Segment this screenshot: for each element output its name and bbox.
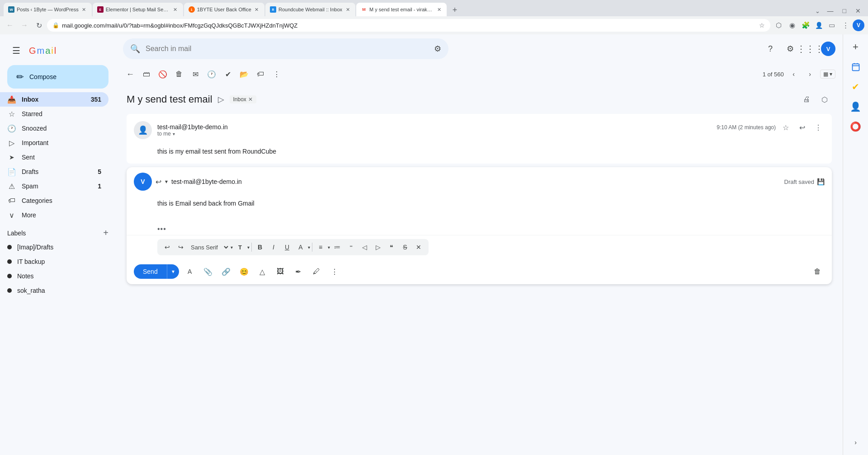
profile-icon[interactable]: ◉ (786, 19, 798, 32)
attach-file-button[interactable]: 📎 (201, 264, 215, 279)
align-button[interactable]: ≡ (314, 241, 327, 253)
search-input[interactable] (146, 45, 429, 53)
minimize-btn[interactable]: — (824, 5, 837, 16)
font-family-select[interactable]: Sans Serif Serif Monospace (188, 244, 230, 251)
tab-close-1b[interactable]: ✕ (254, 6, 260, 13)
insert-photo-button[interactable]: 🖼 (273, 264, 288, 279)
reload-button[interactable]: ↻ (33, 19, 45, 32)
label-item-itbackup[interactable]: IT backup (0, 254, 108, 269)
sidebar-item-drafts[interactable]: 📄 Drafts 5 (0, 164, 108, 179)
reply-message-button[interactable]: ↩ (796, 121, 808, 134)
underline-button[interactable]: U (281, 241, 293, 253)
back-button[interactable]: ← (4, 19, 16, 32)
indent-more-button[interactable]: ▷ (372, 241, 384, 253)
close-btn[interactable]: ✕ (852, 5, 864, 16)
add-label-button[interactable]: + (103, 228, 108, 238)
archive-button[interactable]: 🗃 (139, 67, 154, 81)
extensions-icon[interactable]: 🧩 (799, 19, 812, 32)
label-item-imap[interactable]: [Imap]/Drafts (0, 240, 108, 254)
insert-link-button[interactable]: 🔗 (219, 264, 233, 279)
pagination-prev-button[interactable]: ‹ (788, 68, 800, 80)
insert-emoji-button[interactable]: 😊 (237, 264, 251, 279)
sidebar-item-starred[interactable]: ☆ Starred (0, 107, 108, 121)
hamburger-menu[interactable]: ☰ (7, 42, 25, 60)
bookmark-icon[interactable]: ☆ (759, 22, 765, 29)
help-button[interactable]: ? (761, 40, 779, 58)
tab-el[interactable]: E Elementor | Setup Mail Server (R... ✕ (93, 3, 183, 16)
send-main-button[interactable]: Send (134, 264, 167, 279)
redo-button[interactable]: ↪ (175, 241, 187, 253)
more-actions-button[interactable]: ⋮ (327, 264, 342, 279)
apps-button[interactable]: ⋮⋮⋮ (801, 40, 819, 58)
insert-signature2-button[interactable]: 🖊 (309, 264, 324, 279)
open-new-window-button[interactable]: ⬡ (817, 92, 832, 107)
pagination-next-button[interactable]: › (804, 68, 816, 80)
strikethrough-button[interactable]: S (399, 241, 411, 253)
mark-unread-button[interactable]: ✉ (188, 67, 203, 81)
more-options-button[interactable]: ⋮ (269, 67, 284, 81)
star-message-button[interactable]: ☆ (779, 121, 792, 134)
right-panel-contacts-icon[interactable]: 👤 (847, 98, 865, 116)
tab-close-gm[interactable]: ✕ (436, 6, 442, 13)
tab-close-wp[interactable]: ✕ (81, 6, 87, 13)
view-toggle-button[interactable]: ▦ ▾ (820, 70, 835, 79)
address-bar[interactable]: 🔒 mail.google.com/mail/u/0/?tab=rm&ogbl#… (47, 19, 770, 32)
report-spam-button[interactable]: 🚫 (156, 67, 170, 81)
ordered-list-button[interactable]: ≔ (331, 241, 344, 253)
font-color-action-button[interactable]: A (183, 264, 197, 279)
bold-button[interactable]: B (254, 241, 266, 253)
sidebar-item-inbox[interactable]: 📥 Inbox 351 (0, 92, 108, 107)
labels-button[interactable]: 🏷 (253, 67, 268, 81)
reply-icon[interactable]: ↩ (156, 178, 161, 186)
drive-button[interactable]: △ (255, 264, 269, 279)
inbox-label-badge[interactable]: Inbox ✕ (230, 95, 256, 103)
tab-wp[interactable]: W Posts ‹ 1Byte — WordPress ✕ (4, 3, 92, 16)
sidebar-item-snoozed[interactable]: 🕐 Snoozed (0, 121, 108, 136)
font-family-dropdown-icon[interactable]: ▾ (231, 245, 233, 250)
quote-button[interactable]: ❝ (385, 241, 398, 253)
reply-body[interactable]: this is Email send back from Gmail (127, 196, 832, 223)
task-button[interactable]: ✔ (221, 67, 235, 81)
sidebar-item-categories[interactable]: 🏷 Categories (0, 193, 108, 208)
font-size-btn[interactable]: T (234, 241, 246, 253)
sidebar-item-spam[interactable]: ⚠ Spam 1 (0, 179, 108, 193)
inbox-badge-close-icon[interactable]: ✕ (248, 96, 253, 103)
delete-draft-button[interactable]: 🗑 (810, 264, 825, 279)
tab-close-el[interactable]: ✕ (172, 6, 179, 13)
reply-dropdown-icon[interactable]: ▾ (165, 178, 168, 185)
cast-icon[interactable]: ⬡ (772, 19, 785, 32)
user-avatar[interactable]: V (853, 19, 864, 31)
menu-btn[interactable]: ⋮ (839, 19, 852, 32)
to-dropdown-icon[interactable]: ▾ (173, 131, 175, 136)
forward-button[interactable]: → (18, 19, 31, 32)
search-filter-icon[interactable]: ⚙ (434, 44, 441, 54)
compose-button[interactable]: ✏ Compose (7, 65, 108, 89)
insert-signature-button[interactable]: ✒ (291, 264, 306, 279)
send-dropdown-button[interactable]: ▾ (167, 264, 179, 279)
expand-quote-button[interactable]: ••• (157, 225, 166, 233)
move-to-button[interactable]: 📂 (237, 67, 251, 81)
indent-less-button[interactable]: ◁ (358, 241, 371, 253)
sidebar-item-important[interactable]: ▷ Important (0, 136, 108, 150)
undo-button[interactable]: ↩ (161, 241, 174, 253)
tab-list-btn[interactable]: ⌄ (813, 6, 822, 16)
new-tab-button[interactable]: + (448, 4, 461, 16)
sidebar-item-more[interactable]: ∨ More (0, 208, 108, 222)
snooze-button[interactable]: 🕐 (204, 67, 219, 81)
maximize-btn[interactable]: □ (839, 5, 850, 16)
text-color-button[interactable]: A (294, 241, 307, 253)
right-panel-calendar-icon[interactable] (847, 58, 865, 76)
right-panel-add-button[interactable]: + (847, 38, 865, 56)
to-me-row[interactable]: to me ▾ (157, 131, 228, 137)
unordered-list-button[interactable]: ⁼ (344, 241, 357, 253)
tab-1b[interactable]: 1 1BYTE User Back Office ✕ (184, 3, 264, 16)
sidebar-item-sent[interactable]: ➤ Sent (0, 150, 108, 164)
delete-button[interactable]: 🗑 (172, 67, 186, 81)
account-avatar[interactable]: V (821, 42, 835, 56)
right-panel-blue-icon[interactable]: ⭕ (847, 117, 865, 136)
back-to-inbox-button[interactable]: ← (123, 67, 137, 81)
remove-formatting-button[interactable]: ✕ (412, 241, 425, 253)
print-button[interactable]: 🖨 (799, 92, 814, 107)
more-message-button[interactable]: ⋮ (812, 121, 825, 134)
tab-gm[interactable]: M M y send test email - virakmam... ✕ (356, 3, 447, 16)
